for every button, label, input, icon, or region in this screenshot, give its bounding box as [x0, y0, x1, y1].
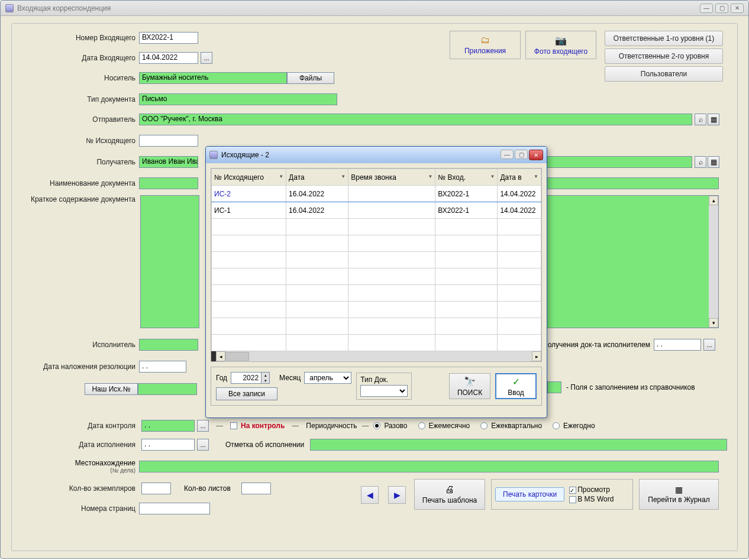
minimize-button[interactable]: —	[700, 4, 713, 13]
doctype-field[interactable]: Письмо	[139, 93, 337, 105]
hscroll-right-button[interactable]: ▸	[532, 351, 541, 361]
summary-left[interactable]	[140, 195, 199, 328]
col-in-number[interactable]: № Вход.▼	[435, 169, 498, 186]
date-in-picker-button[interactable]: ...	[201, 52, 212, 64]
table-row[interactable]	[212, 335, 541, 351]
attachments-button[interactable]: 🗂 Приложения	[450, 31, 521, 59]
hscroll-thumb[interactable]	[225, 352, 249, 361]
modal-close-button[interactable]: ✕	[529, 150, 543, 160]
sheets-input[interactable]	[241, 483, 271, 494]
docname-field-ext[interactable]	[538, 177, 719, 189]
recipient-field[interactable]: Иванов Иван Ива	[139, 156, 198, 168]
spin-up-icon[interactable]: ▴	[261, 373, 269, 378]
summary-scrollbar[interactable]: ▴ ▾	[709, 196, 718, 328]
hscroll-left-button[interactable]: ◂	[216, 351, 225, 361]
enter-button[interactable]: ✓ Ввод	[495, 373, 537, 399]
on-control-label: На контроль	[241, 422, 285, 430]
grid-icon: ▦	[711, 115, 717, 124]
table-row[interactable]	[212, 318, 541, 335]
table-row[interactable]	[212, 268, 541, 285]
table-row[interactable]	[212, 219, 541, 235]
responsible1-button[interactable]: Ответственные 1-го уровня (1)	[605, 31, 723, 46]
period-quarter-radio[interactable]	[480, 422, 488, 429]
control-date-field[interactable]: . .	[141, 420, 195, 432]
outgoing-table[interactable]: № Исходящего▼ Дата▼ Время звонка▼ № Вход…	[211, 169, 541, 351]
location-field[interactable]	[139, 461, 719, 472]
our-out-field[interactable]	[138, 383, 197, 395]
year-spinner[interactable]: ▴▾	[231, 372, 270, 384]
recipient-lookup-button[interactable]: ⌕	[695, 156, 706, 168]
medium-field[interactable]: Бумажный носитель	[139, 72, 287, 84]
exec-date-input[interactable]: . .	[141, 439, 195, 451]
spin-down-icon[interactable]: ▾	[261, 378, 269, 383]
responsible2-button[interactable]: Ответственные 2-го уровня	[605, 48, 723, 64]
number-out-input[interactable]	[139, 135, 198, 147]
sort-icon: ▼	[279, 174, 283, 179]
outgoing-table-wrap: № Исходящего▼ Дата▼ Время звонка▼ № Вход…	[211, 168, 542, 362]
preview-checkbox[interactable]	[569, 487, 576, 494]
number-in-input[interactable]: ВХ2022-1	[139, 32, 198, 44]
col-date-in[interactable]: Дата в▼	[498, 169, 541, 186]
search-button[interactable]: 🔭 ПОИСК	[449, 373, 490, 399]
word-checkbox[interactable]	[569, 496, 576, 503]
period-month-radio[interactable]	[418, 422, 425, 429]
copies-input[interactable]	[141, 483, 171, 494]
exec-date-picker-button[interactable]: ...	[197, 439, 209, 451]
table-hscroll[interactable]: ◂ ▸	[211, 351, 541, 361]
period-year-radio[interactable]	[553, 422, 560, 429]
exec-mark-field[interactable]	[310, 439, 727, 451]
label-number-out: № Исходящего	[12, 135, 139, 147]
col-date[interactable]: Дата▼	[286, 169, 348, 186]
label-date-in: Дата Входящего	[12, 52, 139, 64]
sender-lookup-button[interactable]: ⌕	[695, 114, 706, 125]
month-select[interactable]: апрель	[304, 372, 351, 384]
col-out-number[interactable]: № Исходящего▼	[212, 169, 286, 186]
prev-button[interactable]: ◀	[361, 486, 379, 504]
window-title: Входящая корреспонденция	[17, 4, 111, 12]
next-button[interactable]: ▶	[388, 486, 406, 504]
label-location: Местонахождение	[12, 459, 135, 467]
on-control-checkbox[interactable]	[230, 422, 237, 429]
sender-grid-button[interactable]: ▦	[708, 114, 719, 125]
table-row[interactable]: ИС-2 16.04.2022 ВХ2022-1 14.04.2022	[212, 186, 541, 202]
modal-minimize-button[interactable]: —	[501, 150, 514, 159]
date-in-input[interactable]: 14.04.2022	[139, 52, 198, 64]
print-card-button[interactable]: Печать карточки	[495, 487, 564, 501]
resolution-date-input[interactable]: . .	[139, 361, 186, 373]
to-journal-button[interactable]: ▦ Перейти в Журнал	[639, 479, 719, 510]
table-row[interactable]: ИС-1 16.04.2022 ВХ2022-1 14.04.2022	[212, 202, 541, 219]
summary-right[interactable]: ▴ ▾	[538, 195, 719, 328]
scroll-up-icon[interactable]: ▴	[709, 196, 718, 205]
year-input[interactable]	[231, 373, 261, 383]
users-button[interactable]: Пользователи	[605, 66, 723, 82]
scroll-down-icon[interactable]: ▾	[709, 318, 718, 328]
pages-input[interactable]	[139, 503, 210, 514]
table-row[interactable]	[212, 302, 541, 318]
print-card-panel: Печать карточки Просмотр В MS Word	[491, 479, 633, 510]
executor-field[interactable]	[139, 339, 198, 351]
recipient-grid-button[interactable]: ▦	[708, 156, 719, 168]
files-button[interactable]: Файлы	[287, 72, 334, 84]
sender-field[interactable]: ООО "Ручеек", г. Москва	[139, 114, 692, 125]
table-row[interactable]	[212, 252, 541, 268]
table-row[interactable]	[212, 285, 541, 302]
col-call-time[interactable]: Время звонка▼	[348, 169, 435, 186]
doctype-filter-select[interactable]	[360, 385, 408, 397]
row-marker	[211, 351, 216, 361]
recipient-field-ext[interactable]	[538, 156, 692, 168]
all-records-button[interactable]: Все записи	[216, 387, 277, 400]
print-template-button[interactable]: 🖨 Печать шаблона	[414, 479, 485, 510]
modal-maximize-button[interactable]: ▢	[515, 150, 528, 159]
modal-title-text: Исходящие - 2	[221, 151, 269, 159]
recv-date-picker-button[interactable]: ...	[703, 339, 715, 351]
sort-icon: ▼	[490, 174, 495, 179]
our-out-button[interactable]: Наш Исх.№	[85, 383, 138, 395]
period-once-radio[interactable]	[373, 422, 380, 429]
maximize-button[interactable]: ▢	[715, 4, 728, 13]
recv-date-input[interactable]: . .	[654, 339, 701, 351]
close-button[interactable]: ✕	[731, 4, 744, 13]
docname-field[interactable]	[139, 177, 198, 189]
table-row[interactable]	[212, 235, 541, 252]
photo-button[interactable]: 📷 Фото входящего	[525, 31, 596, 59]
control-date-picker-button[interactable]: ...	[197, 420, 209, 432]
